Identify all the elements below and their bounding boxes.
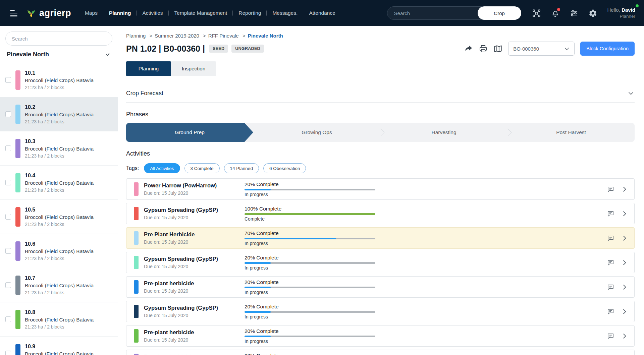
activity-row[interactable]: Pre-plant herbicide Due on: 15 July 2020… [126,350,635,355]
breadcrumb-item: Planning > [126,33,155,39]
print-icon[interactable] [479,44,488,53]
nav-item[interactable]: Messages. [267,10,303,16]
comment-icon[interactable] [607,185,614,193]
menu-icon[interactable] [9,8,19,18]
activity-row[interactable]: Pre-plant herbicide Due on: 15 July 2020… [126,325,635,347]
phase-segment[interactable]: Ground Prep [126,123,253,142]
item-checkbox[interactable] [5,248,11,254]
share-icon[interactable] [464,44,473,53]
tag-pill[interactable]: 14 Planned [224,163,259,173]
activity-title: Pre-plant herbicide [144,354,245,355]
comment-icon[interactable] [607,210,614,218]
block-list-item[interactable]: 10.5 Broccoli (Field Crops) Batavia 21:2… [0,199,118,234]
activity-progress: 20% Complete In progress [245,328,375,344]
item-text: 10.2 Broccoli (Field Crops) Batavia 21:2… [25,104,94,124]
sidebar-search [0,26,118,50]
block-list-item[interactable]: 10.3 Broccoli (Field Crops) Batavia 21:2… [0,131,118,165]
brand-logo[interactable]: agrierp [25,7,71,19]
tab[interactable]: Planning [126,61,171,76]
item-checkbox[interactable] [5,111,11,117]
activity-row[interactable]: Pre-plant herbicide Due on: 15 July 2020… [126,276,635,298]
nav-item[interactable]: Maps [79,10,103,16]
sidebar-search-input[interactable] [5,32,112,46]
activity-title: Pre-plant herbicide [144,280,245,287]
tags-label: Tags: [126,165,139,171]
tag-pill[interactable]: All Activities [144,163,180,173]
item-code: 10.3 [25,138,94,144]
item-title: Broccoli (Field Crops) Batavia [25,180,94,186]
comment-icon[interactable] [607,308,614,315]
map-icon[interactable] [493,44,502,53]
activity-row[interactable]: Gypsum Spreading (GypSP) Due on: 15 July… [126,203,635,224]
sliders-icon[interactable] [570,9,579,18]
notifications-bell-icon[interactable] [551,9,560,18]
drone-icon[interactable] [532,9,541,18]
phase-segment[interactable]: Harvesting [380,123,507,142]
progress-bar [245,336,375,337]
tag-pill[interactable]: 3 Complete [184,163,220,173]
nav-item[interactable]: Attendance [303,10,341,16]
phase-segment[interactable]: Growing Ops [253,123,380,142]
chevron-right-icon[interactable] [621,332,628,340]
chevron-right-icon[interactable] [621,185,628,193]
item-checkbox[interactable] [5,214,11,220]
crop-forecast-accordion[interactable]: Crop Forecast [126,84,635,103]
nav-item[interactable]: Template Management [169,10,233,16]
sidebar-group-header[interactable]: Pinevale North [0,50,118,63]
activity-row[interactable]: Gypsum Spreading (GypSP) Due on: 15 July… [126,301,635,322]
block-list-item[interactable]: 10.2 Broccoli (Field Crops) Batavia 21:2… [0,97,118,131]
nav-item[interactable]: Planning [103,10,137,16]
item-checkbox[interactable] [5,282,11,288]
item-checkbox[interactable] [5,316,11,322]
item-meta: 21:23 ha / 2 blocks [25,85,94,90]
tab[interactable]: Inspection [171,61,216,76]
breadcrumb-separator: > [203,33,206,39]
item-checkbox[interactable] [5,145,11,151]
brand-name: agrierp [39,8,71,18]
block-list-item[interactable]: 10.6 Broccoli (Field Crops) Batavia 21:2… [0,234,118,268]
block-configuration-button[interactable]: Block Configuration [580,42,635,56]
comment-icon[interactable] [607,283,614,291]
activity-actions [607,185,628,193]
comment-icon[interactable] [607,234,614,242]
block-selector[interactable]: BO-000360 [508,42,575,56]
header-actions: BO-000360 Block Configuration [464,42,635,56]
crop-color-bar [15,207,20,227]
breadcrumb-link[interactable]: Summer 2019-2020 [155,33,199,39]
breadcrumb-link[interactable]: Pinevale North [248,33,283,39]
block-list-item[interactable]: 10.9 Broccoli (Field Crops) Batavia 21:2… [0,336,118,355]
item-checkbox[interactable] [5,77,11,83]
activity-actions [607,259,628,267]
item-checkbox[interactable] [5,351,11,355]
block-list-item[interactable]: 10.1 Broccoli (Field Crops) Batavia 21:2… [0,63,118,97]
block-list-item[interactable]: 10.8 Broccoli (Field Crops) Batavia 21:2… [0,302,118,336]
phase-bar: Ground Prep Growing Ops Harvesting Post … [126,123,635,142]
chevron-right-icon[interactable] [621,210,628,218]
phase-segment[interactable]: Post Harvest [507,123,635,142]
activity-row[interactable]: Gypsum Spreading (GypSP) Due on: 15 July… [126,252,635,273]
tag-pill[interactable]: 6 Obeservation [263,163,306,173]
chevron-right-icon[interactable] [621,283,628,291]
item-title: Broccoli (Field Crops) Batavia [25,77,94,83]
comment-icon[interactable] [607,259,614,267]
chevron-right-icon[interactable] [621,259,628,267]
percent-label: 20% Complete [245,181,375,187]
comment-icon[interactable] [607,332,614,340]
nav-item[interactable]: Activities [137,10,168,16]
item-checkbox[interactable] [5,180,11,185]
activity-row[interactable]: Pre Plant Herbicide Due on: 15 July 2020… [126,227,635,249]
activity-row[interactable]: Power Harrow (PowHarrow) Due on: 15 July… [126,178,635,200]
user-menu[interactable]: Hello, David Planner [607,6,635,20]
activity-list: Power Harrow (PowHarrow) Due on: 15 July… [126,178,635,355]
breadcrumb-link[interactable]: RFF Pinevale [208,33,239,39]
item-title: Broccoli (Field Crops) Batavia [25,317,94,323]
search-scope-button[interactable]: Crop [478,6,521,20]
chevron-right-icon[interactable] [621,234,628,242]
nav-item[interactable]: Reporting [233,10,267,16]
block-list-item[interactable]: 10.4 Broccoli (Field Crops) Batavia 21:2… [0,165,118,199]
gear-icon[interactable] [588,9,597,18]
chevron-right-icon[interactable] [621,308,628,315]
crop-forecast-title: Crop Forecast [126,90,163,97]
block-list-item[interactable]: 10.7 Broccoli (Field Crops) Batavia 21:2… [0,268,118,302]
breadcrumb-link[interactable]: Planning [126,33,146,39]
